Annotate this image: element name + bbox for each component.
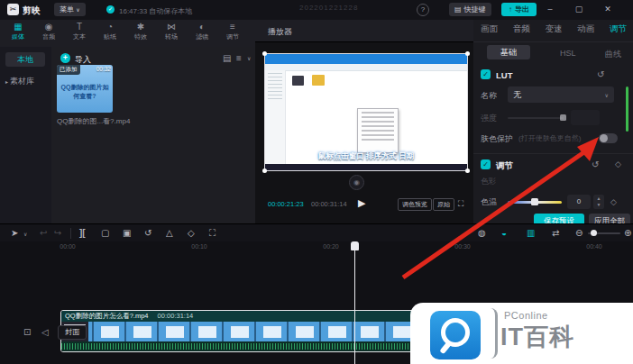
watermark-brand: PConline [504, 310, 548, 321]
selection-handle[interactable] [262, 168, 267, 173]
player-header: 播放器 [255, 20, 473, 42]
panel-scrollbar[interactable] [626, 86, 628, 132]
shortcuts-button[interactable]: ▤快捷键 [449, 3, 491, 16]
minimize-button[interactable]: – [541, 5, 559, 14]
freeze-frame-icon[interactable]: ▣ [123, 228, 131, 238]
play-button[interactable]: ▶ [358, 197, 365, 209]
lut-name-dropdown[interactable]: 无 ∨ [508, 86, 614, 103]
chevron-down-icon[interactable]: ∨ [23, 231, 27, 237]
app-logo-text: 剪映 [23, 5, 41, 17]
lut-intensity-slider[interactable] [508, 117, 564, 119]
thumbnail-title-text: QQ删除的图片如何查看? [59, 83, 111, 101]
fullscreen-icon[interactable]: ⛶ [458, 199, 463, 209]
bracket-glyph [486, 308, 498, 359]
rotate-icon[interactable]: ◇ [188, 228, 195, 238]
track-toggle-icon[interactable]: ⊡ [23, 328, 31, 337]
crop-icon[interactable]: ⛶ [209, 228, 216, 239]
sidebar-item-local[interactable]: 本地 [5, 52, 45, 67]
tab-transition[interactable]: ⋈转场 [157, 22, 186, 41]
clip-duration: 00:00:31:14 [158, 312, 194, 320]
ruler-tick: 00:30 [454, 243, 471, 250]
mute-track-icon[interactable]: ◁ [41, 328, 49, 337]
record-voice-icon[interactable]: ◍ [478, 228, 486, 238]
subtab-basic[interactable]: 基础 [487, 45, 530, 59]
selection-handle[interactable] [262, 51, 267, 56]
tab-audio[interactable]: ◉音频 [34, 22, 63, 41]
playhead-line[interactable] [354, 241, 355, 364]
tab-sticker[interactable]: ◔贴纸 [96, 22, 124, 41]
reset-icon[interactable]: ↺ [597, 69, 604, 79]
chevron-down-icon: ∨ [605, 92, 609, 98]
video-subtitle: 鼠标点击窗口 排序方式 日期 [265, 151, 467, 162]
zoom-out-icon[interactable]: ⊖ [575, 228, 583, 238]
record-indicator-icon: ◉ [349, 175, 364, 190]
tab-audio-settings[interactable]: 音频 [513, 23, 530, 35]
tab-media[interactable]: ▦媒体 [4, 22, 32, 41]
cover-button[interactable]: 封面 [58, 325, 87, 340]
ruler-tick: 00:00 [60, 243, 76, 250]
menu-button[interactable]: 菜单 ∨ [54, 3, 86, 16]
link-clips-icon[interactable]: ⇄ [552, 228, 559, 238]
reverse-icon[interactable]: ↺ [144, 228, 151, 238]
temperature-slider-handle[interactable] [531, 198, 538, 205]
zoom-in-icon[interactable]: ⊕ [624, 228, 631, 238]
auto-snap-icon[interactable]: ▥ [527, 228, 535, 238]
keyframe-diamond-icon[interactable]: ◇ [610, 197, 617, 206]
tab-effects[interactable]: ✱特效 [126, 22, 155, 41]
split-icon[interactable]: ][ [79, 228, 86, 238]
grid-view-icon[interactable]: ▤ [223, 54, 231, 63]
tab-text[interactable]: T文本 [65, 22, 94, 41]
export-button[interactable]: ↑导出 [501, 3, 537, 16]
upload-icon: ↑ [509, 5, 512, 14]
player-title: 播放器 [268, 26, 292, 38]
adjust-checkbox[interactable]: ✓ [481, 159, 491, 169]
help-button[interactable]: ? [417, 4, 429, 16]
video-watermark-id: 202201221228 [299, 4, 358, 12]
temperature-stepper[interactable]: ▲ ▼ [593, 195, 604, 209]
playhead-handle[interactable] [351, 241, 359, 250]
select-tool-icon[interactable]: ➤ [11, 228, 18, 238]
tab-picture[interactable]: 画面 [481, 23, 498, 35]
video-preview[interactable]: 鼠标点击窗口 排序方式 日期 [264, 53, 468, 171]
subtab-curve[interactable]: 曲线 [605, 49, 621, 60]
sticker-icon: ◔ [96, 22, 124, 32]
timeline-ruler[interactable]: 00:00 00:10 00:20 00:30 00:40 [0, 241, 633, 254]
tab-adjust-settings[interactable]: 调节 [610, 23, 627, 35]
timeline-zoom-handle[interactable] [591, 230, 597, 236]
stepper-down-icon[interactable]: ▼ [593, 202, 604, 208]
close-button[interactable]: ✕ [599, 5, 617, 14]
app-logo-icon: ✂ [7, 4, 19, 15]
magnet-snap-icon[interactable]: ◒ [501, 228, 507, 238]
subtab-hsl[interactable]: HSL [560, 49, 576, 58]
maximize-button[interactable]: ▢ [570, 5, 588, 14]
original-button[interactable]: 原始 [433, 198, 454, 211]
autosave-check-icon: ✓ [106, 5, 115, 14]
reset-icon[interactable]: ↺ [592, 159, 599, 169]
selection-handle[interactable] [465, 51, 470, 56]
mirror-icon[interactable]: △ [166, 228, 173, 238]
tab-speed[interactable]: 变速 [546, 23, 563, 35]
redo-icon[interactable]: ↪ [54, 228, 61, 238]
sort-icon[interactable]: ≡ [236, 54, 242, 63]
total-duration: 00:00:31:14 [311, 200, 347, 208]
skin-protect-toggle[interactable] [599, 133, 618, 143]
autosave-status: 16:47:33 自动保存本地 [119, 6, 192, 16]
magnifier-handle [439, 341, 452, 355]
lut-intensity-slider-handle[interactable] [560, 114, 566, 121]
delete-icon[interactable]: ▢ [101, 228, 109, 238]
tab-animation[interactable]: 动画 [577, 23, 594, 35]
tab-filter[interactable]: ◐滤镜 [188, 22, 216, 41]
lut-intensity-value[interactable] [571, 110, 600, 125]
tab-adjust[interactable]: ≡调节 [218, 22, 247, 41]
grade-preview-button[interactable]: 调色预览 [398, 198, 432, 211]
media-tab-strip: ▦媒体 ◉音频 T文本 ◔贴纸 ✱特效 ⋈转场 ◐滤镜 ≡调节 [0, 20, 256, 47]
selection-handle[interactable] [465, 168, 470, 173]
media-clip-card[interactable]: 已添加 00:32 QQ删除的图片如何查看? [57, 65, 113, 113]
keyframe-diamond-icon[interactable]: ◇ [615, 159, 621, 168]
undo-icon[interactable]: ↩ [40, 228, 47, 238]
panel-tabs: 画面 音频 变速 动画 调节 [481, 23, 627, 35]
temperature-value[interactable]: 0 [567, 195, 591, 209]
stepper-up-icon[interactable]: ▲ [593, 195, 604, 202]
sidebar-item-material-library[interactable]: ▸素材库 [5, 76, 34, 87]
lut-checkbox[interactable]: ✓ [481, 69, 491, 79]
